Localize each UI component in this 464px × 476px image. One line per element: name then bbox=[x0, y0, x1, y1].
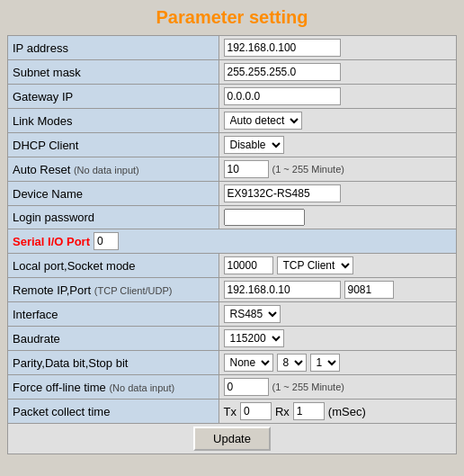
auto-reset-hint: (No data input) bbox=[74, 165, 139, 175]
remote-ip-input[interactable] bbox=[224, 281, 341, 299]
remote-hint: (TCP Client/UDP) bbox=[94, 285, 173, 296]
stop-bit-select[interactable]: 1 bbox=[310, 354, 340, 372]
data-bit-select[interactable]: 8 bbox=[277, 354, 307, 372]
auto-reset-label-text: Auto Reset bbox=[13, 163, 70, 176]
parity-select[interactable]: None bbox=[224, 354, 273, 372]
auto-reset-cell: (1 ~ 255 Minute) bbox=[219, 157, 456, 182]
baudrate-label: Baudrate bbox=[8, 327, 219, 351]
packet-collect-cell: Tx Rx (mSec) bbox=[219, 400, 456, 424]
packet-collect-label: Packet collect time bbox=[8, 400, 219, 424]
serial-io-label: Serial I/O Port bbox=[13, 235, 90, 248]
device-name-input[interactable] bbox=[224, 184, 341, 202]
subnet-mask-cell bbox=[219, 60, 456, 85]
packet-unit: (mSec) bbox=[328, 405, 366, 418]
interface-cell: RS485 bbox=[219, 302, 456, 327]
force-offline-range: (1 ~ 255 Minute) bbox=[272, 382, 344, 392]
dhcp-client-label: DHCP Client bbox=[8, 133, 219, 157]
ip-address-cell bbox=[219, 36, 456, 60]
interface-label: Interface bbox=[8, 302, 219, 327]
gateway-ip-input[interactable] bbox=[224, 87, 341, 105]
baudrate-cell: 115200 bbox=[219, 327, 456, 351]
serial-io-port-header: Serial I/O Port bbox=[8, 229, 457, 254]
login-password-label: Login password bbox=[8, 206, 219, 229]
device-name-cell bbox=[219, 182, 456, 206]
local-port-input[interactable] bbox=[224, 256, 273, 274]
socket-mode-select[interactable]: TCP Client bbox=[277, 256, 353, 274]
login-password-cell bbox=[219, 206, 456, 229]
gateway-ip-label: Gateway IP bbox=[8, 85, 219, 109]
parity-label: Parity,Data bit,Stop bit bbox=[8, 351, 219, 375]
login-password-input[interactable] bbox=[224, 209, 305, 226]
local-port-label: Local port,Socket mode bbox=[8, 254, 219, 278]
force-offline-cell: (1 ~ 255 Minute) bbox=[219, 375, 456, 400]
baudrate-select[interactable]: 115200 bbox=[224, 329, 284, 347]
auto-reset-input[interactable] bbox=[224, 160, 269, 178]
page-title: Parameter setting bbox=[7, 7, 457, 28]
ip-address-label: IP address bbox=[8, 36, 219, 60]
dhcp-client-cell: Disable bbox=[219, 133, 456, 157]
local-port-cell: TCP Client bbox=[219, 254, 456, 278]
rx-label: Rx bbox=[275, 405, 290, 418]
tx-input[interactable] bbox=[240, 402, 272, 420]
serial-io-num-input[interactable] bbox=[94, 232, 119, 250]
force-offline-label-text: Force off-line time bbox=[13, 381, 106, 394]
force-offline-hint: (No data input) bbox=[109, 382, 174, 393]
force-offline-input[interactable] bbox=[224, 378, 269, 396]
dhcp-client-select[interactable]: Disable bbox=[224, 136, 284, 154]
remote-port-input[interactable] bbox=[344, 281, 394, 299]
subnet-mask-label: Subnet mask bbox=[8, 60, 219, 85]
gateway-ip-cell bbox=[219, 85, 456, 109]
interface-select[interactable]: RS485 bbox=[224, 305, 281, 323]
remote-ip-port-cell bbox=[219, 278, 456, 302]
link-modes-select[interactable]: Auto detect bbox=[224, 112, 302, 130]
tx-label: Tx bbox=[224, 405, 236, 418]
link-modes-label: Link Modes bbox=[8, 109, 219, 133]
force-offline-label: Force off-line time (No data input) bbox=[8, 375, 219, 400]
rx-input[interactable] bbox=[293, 402, 325, 420]
remote-ip-port-label: Remote IP,Port (TCP Client/UDP) bbox=[8, 278, 219, 302]
ip-address-input[interactable] bbox=[224, 39, 341, 57]
update-button[interactable]: Update bbox=[193, 427, 271, 451]
update-row: Update bbox=[8, 424, 457, 454]
auto-reset-range: (1 ~ 255 Minute) bbox=[272, 164, 344, 175]
device-name-label: Device Name bbox=[8, 182, 219, 206]
auto-reset-label: Auto Reset (No data input) bbox=[8, 157, 219, 182]
subnet-mask-input[interactable] bbox=[224, 63, 341, 81]
parity-cell: None 8 1 bbox=[219, 351, 456, 375]
remote-label-text: Remote IP,Port bbox=[13, 283, 91, 297]
link-modes-cell: Auto detect bbox=[219, 109, 456, 133]
